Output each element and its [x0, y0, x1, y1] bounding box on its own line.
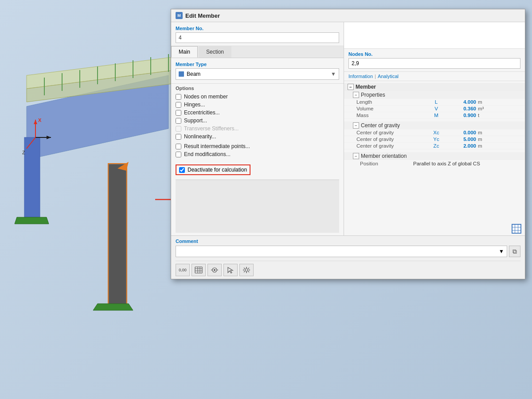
- comment-copy-button[interactable]: ⧉: [509, 246, 520, 257]
- checkbox-result-points-input[interactable]: [176, 144, 181, 149]
- tab-section[interactable]: Section: [199, 46, 231, 58]
- prop-name-xc: Center of gravity: [356, 130, 427, 135]
- dialog-titlebar: M Edit Member: [171, 9, 525, 22]
- select-icon: [227, 266, 235, 274]
- sub-header-orientation: − Member orientation: [344, 152, 525, 160]
- checkbox-result-points-label: Result intermediate points...: [184, 143, 250, 149]
- checkbox-result-points: Result intermediate points...: [176, 142, 339, 150]
- tree-toggle-properties[interactable]: −: [353, 92, 359, 98]
- prop-sym-zc: Zc: [427, 143, 445, 149]
- checkbox-nodes-on-member-input[interactable]: [176, 94, 181, 100]
- prop-unit-xc: m: [476, 130, 503, 135]
- tree-group-member: − Member − Properties Length L 4.000 m: [344, 83, 525, 167]
- toolbar-btn-view[interactable]: [207, 264, 222, 276]
- svg-rect-26: [195, 267, 202, 273]
- sub-header-properties: − Properties: [344, 91, 525, 99]
- dialog-icon: M: [176, 12, 183, 19]
- dialog-body: Member No. Main Section Member Type Beam…: [171, 22, 525, 235]
- checkbox-support: Support...: [176, 117, 339, 125]
- toolbar-btn-select[interactable]: [223, 264, 238, 276]
- deactivate-wrap: Deactivate for calculation: [176, 162, 339, 175]
- checkbox-nodes-on-member-label: Nodes on member: [184, 94, 228, 100]
- settings-icon: [243, 266, 250, 274]
- tab-main[interactable]: Main: [171, 46, 198, 58]
- sub-label-properties: Properties: [361, 92, 385, 98]
- prop-sym-xc: Xc: [427, 130, 445, 135]
- prop-val-zc: 2.000: [445, 143, 476, 149]
- prop-val-position: Parallel to axis Z of global CS: [413, 161, 521, 166]
- toolbar-btn-numbers[interactable]: 0,00: [176, 264, 190, 276]
- toolbar-btn-grid[interactable]: [192, 264, 206, 276]
- comment-label: Comment: [176, 239, 520, 244]
- checkbox-support-label: Support...: [184, 117, 207, 124]
- deactivate-checkbox[interactable]: [179, 167, 185, 173]
- tree-row-xc: Center of gravity Xc 0.000 m: [344, 129, 525, 136]
- checkbox-nonlinearity-input[interactable]: [176, 134, 181, 140]
- checkbox-nonlinearity: Nonlinearity...: [176, 133, 339, 141]
- right-panel: Nodes No. Information | Analytical − Mem…: [344, 22, 525, 235]
- tree-row-length: Length L 4.000 m: [344, 99, 525, 106]
- svg-rect-11: [109, 164, 126, 306]
- svg-point-32: [214, 269, 215, 271]
- tree-toggle-cog[interactable]: −: [353, 122, 359, 129]
- prop-name-mass: Mass: [356, 113, 427, 118]
- checkbox-end-modifications-input[interactable]: [176, 152, 181, 157]
- prop-val-length: 4.000: [445, 99, 476, 105]
- nodes-label: Nodes No.: [348, 51, 520, 57]
- checkbox-end-modifications-label: End modifications...: [184, 151, 231, 157]
- checkbox-eccentricities: Eccentricities...: [176, 109, 339, 117]
- prop-val-volume: 0.360: [445, 106, 476, 111]
- toolbar-btn-numbers-label: 0,00: [179, 268, 187, 272]
- prop-sym-yc: Yc: [427, 137, 445, 142]
- sub-label-orientation: Member orientation: [361, 153, 407, 159]
- svg-line-43: [244, 271, 245, 273]
- prop-unit-zc: m: [476, 143, 503, 149]
- right-preview-top: [344, 22, 525, 49]
- svg-marker-35: [228, 267, 233, 273]
- prop-val-yc: 5.000: [445, 137, 476, 142]
- grid-icon[interactable]: [512, 224, 521, 234]
- info-tab-analytical[interactable]: Analytical: [378, 74, 399, 79]
- edit-member-dialog: M Edit Member Member No. Main Section Me…: [171, 9, 525, 279]
- member-no-input[interactable]: [176, 32, 339, 43]
- tree-toggle-member[interactable]: −: [348, 84, 354, 90]
- member-type-section: Member Type Beam ▼: [171, 58, 344, 83]
- tree-section: − Member − Properties Length L 4.000 m: [344, 81, 525, 222]
- checkbox-transverse-label: Transverse Stiffeners...: [184, 125, 239, 132]
- toolbar-btn-settings[interactable]: [239, 264, 254, 276]
- tree-row-zc: Center of gravity Zc 2.000 m: [344, 143, 525, 149]
- info-tab-information[interactable]: Information: [348, 74, 373, 79]
- dropdown-arrow-icon: ▼: [331, 71, 336, 77]
- prop-unit-yc: m: [476, 137, 503, 142]
- checkbox-transverse-input: [176, 126, 181, 132]
- tabs-bar: Main Section: [171, 46, 344, 58]
- deactivate-section: Deactivate for calculation: [176, 164, 250, 175]
- comment-row: ▼ ⧉: [176, 246, 520, 257]
- checkbox-hinges: Hinges...: [176, 101, 339, 109]
- checkbox-support-input[interactable]: [176, 118, 181, 124]
- checkbox-nonlinearity-label: Nonlinearity...: [184, 133, 216, 140]
- comment-dropdown[interactable]: ▼: [176, 246, 507, 257]
- svg-line-42: [248, 271, 250, 273]
- checkbox-hinges-input[interactable]: [176, 102, 181, 108]
- checkbox-nodes-on-member: Nodes on member: [176, 93, 339, 101]
- prop-name-volume: Volume: [356, 106, 427, 111]
- sub-label-cog: Center of gravity: [361, 122, 400, 129]
- dialog-bottom: Comment ▼ ⧉ 0,00: [171, 235, 525, 279]
- prop-name-length: Length: [356, 99, 427, 105]
- grid-icon-wrap: [344, 222, 525, 235]
- info-tabs-bar: Information | Analytical: [344, 72, 525, 81]
- svg-line-41: [244, 268, 245, 269]
- svg-point-36: [245, 269, 248, 271]
- member-no-label: Member No.: [176, 26, 339, 31]
- prop-val-mass: 0.900: [445, 113, 476, 118]
- checkbox-eccentricities-input[interactable]: [176, 110, 181, 116]
- tree-header-member: − Member: [344, 83, 525, 91]
- member-type-dropdown[interactable]: Beam ▼: [176, 68, 339, 80]
- toolbar-row: 0,00: [176, 261, 520, 276]
- left-panel: Member No. Main Section Member Type Beam…: [171, 22, 344, 235]
- checkbox-transverse: Transverse Stiffeners...: [176, 125, 339, 133]
- tree-toggle-orientation[interactable]: −: [353, 153, 359, 159]
- prop-name-zc: Center of gravity: [356, 143, 427, 149]
- nodes-input[interactable]: [348, 58, 520, 69]
